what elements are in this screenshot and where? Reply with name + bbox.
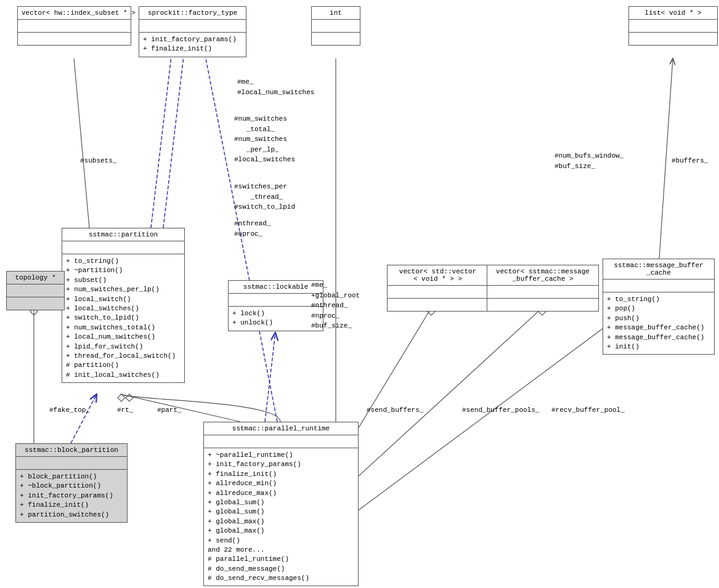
method-message-buffer-cache-2: + message_buffer_cache() bbox=[607, 333, 710, 342]
method-pop: + pop() bbox=[607, 304, 710, 313]
method-local-switch: + local_switch() bbox=[66, 295, 181, 304]
method-lock: + lock() bbox=[232, 309, 319, 318]
method-to-string-mbc: + to_string() bbox=[607, 295, 710, 304]
label-fake-top: #fake_top_ bbox=[49, 406, 90, 414]
svg-line-6 bbox=[265, 332, 275, 422]
method-partition-switches: + partition_switches() bbox=[20, 510, 123, 520]
section-vector-sstmac-1 bbox=[487, 286, 598, 299]
svg-line-21 bbox=[659, 58, 673, 259]
title-vector-sstmac-message: vector< sstmac::message_buffer_cache > bbox=[487, 265, 598, 286]
title-sprockit-factory-type: sprockit::factory_type bbox=[139, 7, 246, 20]
method-init-factory-params: + init_factory_params() bbox=[143, 35, 242, 44]
section-topology-1 bbox=[7, 284, 64, 297]
label-subsets: #subsets_ bbox=[80, 157, 116, 164]
method-send: + send() bbox=[208, 536, 354, 546]
section-list-1 bbox=[629, 20, 717, 33]
section-list-2 bbox=[629, 33, 717, 45]
method-to-string-partition: + to_string() bbox=[66, 257, 181, 266]
label-nthread-nproc: #nthread_#nproc_ bbox=[234, 219, 270, 239]
box-vector-sstmac-message: vector< sstmac::message_buffer_cache > bbox=[487, 265, 599, 312]
box-vector-index-subset: vector< hw::index_subset * > bbox=[17, 6, 131, 46]
method-dtor-pr: + ~parallel_runtime() bbox=[208, 451, 354, 460]
svg-marker-11 bbox=[126, 394, 133, 401]
section-block-partition-2: + block_partition() + ~block_partition()… bbox=[16, 470, 127, 522]
section-partition-2: + to_string() + ~partition() + subset() … bbox=[62, 254, 184, 382]
method-do-send-recv-messages: # do_send_recv_messages() bbox=[208, 574, 354, 583]
box-sprockit-factory-type: sprockit::factory_type + init_factory_pa… bbox=[139, 6, 246, 57]
method-parallel-runtime-prot: # parallel_runtime() bbox=[208, 555, 354, 564]
method-thread-for-local-switch: + thread_for_local_switch() bbox=[66, 352, 181, 361]
svg-line-4 bbox=[163, 46, 185, 228]
method-num-switches-per-lp: + num_switches_per_lp() bbox=[66, 285, 181, 294]
section-vector-std-1 bbox=[388, 286, 488, 299]
method-local-num-switches: + local_num_switches() bbox=[66, 332, 181, 342]
title-vector-std-vector: vector< std::vector< void * > > bbox=[388, 265, 488, 286]
svg-line-3 bbox=[151, 46, 173, 228]
section-int-2 bbox=[312, 33, 360, 45]
box-sstmac-lockable: sstmac::lockable + lock() + unlock() bbox=[228, 280, 323, 331]
section-message-buffer-2: + to_string() + pop() + push() + message… bbox=[603, 292, 714, 354]
label-rt: #rt_ bbox=[117, 406, 133, 414]
method-lpid-for-switch: + lpid_for_switch() bbox=[66, 342, 181, 352]
label-switches-per-thread: #switches_per _thread_#switch_to_lpid bbox=[234, 182, 295, 212]
svg-marker-22 bbox=[118, 394, 125, 401]
label-recv-buffer-pool: #recv_buffer_pool_ bbox=[551, 406, 625, 414]
title-sstmac-block-partition: sstmac::block_partition bbox=[16, 444, 127, 457]
section-block-partition-1 bbox=[16, 457, 127, 470]
method-init-factory-params-bp: + init_factory_params() bbox=[20, 491, 123, 501]
method-push: + push() bbox=[607, 314, 710, 323]
method-num-switches-total: + num_switches_total() bbox=[66, 323, 181, 332]
method-block-partition-dtor: + ~block_partition() bbox=[20, 481, 123, 491]
svg-line-8 bbox=[74, 58, 89, 228]
method-subset: + subset() bbox=[66, 276, 181, 285]
section-topology-2 bbox=[7, 297, 64, 310]
section-lockable-2: + lock() + unlock() bbox=[229, 307, 323, 331]
section-lockable-1 bbox=[229, 294, 323, 307]
label-send-buffers: #send_buffers_ bbox=[367, 406, 423, 414]
method-local-switches: + local_switches() bbox=[66, 304, 181, 313]
title-list-void: list< void * > bbox=[629, 7, 717, 20]
box-sstmac-message-buffer-cache: sstmac::message_buffer_cache + to_string… bbox=[603, 259, 715, 355]
section-vector-sstmac-2 bbox=[487, 299, 598, 311]
box-int: int bbox=[311, 6, 360, 46]
title-int: int bbox=[312, 7, 360, 20]
section-partition-1 bbox=[62, 241, 184, 254]
uml-diagram: vector< hw::index_subset * > sprockit::f… bbox=[0, 0, 719, 588]
label-num-switches-block: #num_switches _total_#num_switches _per_… bbox=[234, 114, 295, 165]
method-block-partition-ctor: + block_partition() bbox=[20, 472, 123, 481]
method-finalize-init-pr: + finalize_init() bbox=[208, 470, 354, 479]
method-init-local-switches: # init_local_switches() bbox=[66, 371, 181, 380]
title-sstmac-lockable: sstmac::lockable bbox=[229, 281, 323, 294]
label-send-buffer-pools: #send_buffer_pools_ bbox=[462, 406, 539, 414]
method-global-sum-2: + global_sum() bbox=[208, 507, 354, 517]
box-sstmac-partition: sstmac::partition + to_string() + ~parti… bbox=[62, 228, 185, 383]
method-init-factory-params-pr: + init_factory_params() bbox=[208, 460, 354, 469]
title-topology-ptr: topology * bbox=[7, 272, 64, 284]
box-topology-ptr: topology * bbox=[6, 271, 65, 310]
method-destructor-partition: + ~partition() bbox=[66, 266, 181, 275]
method-finalize-init-sprockit: + finalize_init() bbox=[143, 44, 242, 54]
method-and-more: and 22 more... bbox=[208, 546, 354, 555]
label-me-global-root: #me_+global_root#nthread_#nproc_#buf_siz… bbox=[311, 280, 360, 331]
title-message-buffer-cache: sstmac::message_buffer_cache bbox=[603, 259, 714, 280]
label-buffers: #buffers_ bbox=[672, 157, 708, 164]
title-vector-index-subset: vector< hw::index_subset * > bbox=[18, 7, 131, 20]
section-vector-index-subset-2 bbox=[18, 33, 131, 45]
section-parallel-runtime-1 bbox=[204, 435, 358, 448]
method-message-buffer-cache-1: + message_buffer_cache() bbox=[607, 323, 710, 332]
method-allreduce-max: + allreduce_max() bbox=[208, 489, 354, 498]
section-sprockit-1 bbox=[139, 20, 246, 33]
method-finalize-init-bp: + finalize_init() bbox=[20, 501, 123, 510]
method-global-max-1: + global_max() bbox=[208, 517, 354, 526]
section-message-buffer-1 bbox=[603, 280, 714, 292]
section-int-1 bbox=[312, 20, 360, 33]
section-vector-std-2 bbox=[388, 299, 488, 311]
section-vector-index-subset-1 bbox=[18, 20, 131, 33]
label-me-local-num-switches: #me_#local_num_switches bbox=[237, 77, 314, 97]
method-init-mbc: + init() bbox=[607, 342, 710, 352]
method-global-max-2: + global_max() bbox=[208, 526, 354, 536]
title-sstmac-parallel-runtime: sstmac::parallel_runtime bbox=[204, 422, 358, 435]
section-sprockit-2: + init_factory_params() + finalize_init(… bbox=[139, 33, 246, 57]
box-list-void: list< void * > bbox=[628, 6, 718, 46]
method-allreduce-min: + allreduce_min() bbox=[208, 479, 354, 488]
